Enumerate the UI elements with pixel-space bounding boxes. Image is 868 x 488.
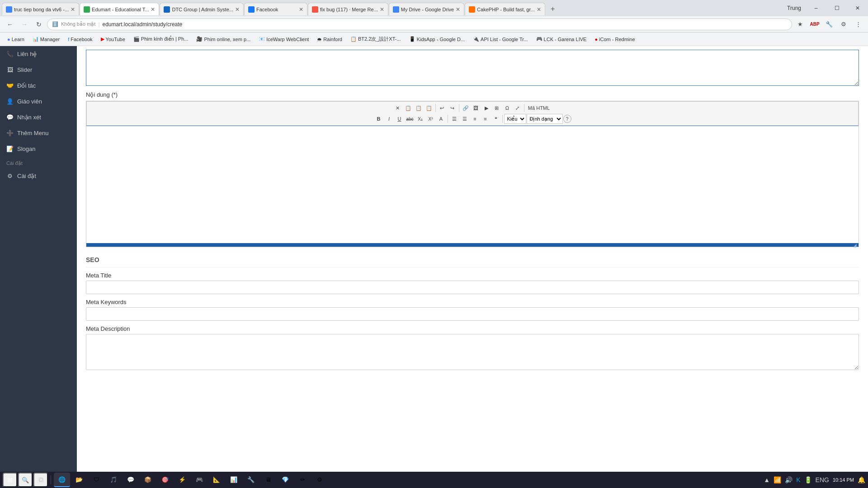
tb-paste[interactable]: 📋 [414,103,424,113]
taskbar-lightning[interactable]: ⚡ [174,473,190,487]
bookmark-lck[interactable]: 🎮 LCK - Garena LIVE [533,35,590,43]
tb-link[interactable]: 🔗 [461,103,471,113]
tb-blockquote[interactable]: ❝ [491,114,501,124]
close-button[interactable]: ✕ [847,1,868,15]
tb-style-select[interactable]: Kiểu [504,114,526,124]
bookmark-star[interactable]: ★ [794,18,807,31]
tb-html[interactable]: Mã HTML [526,103,552,113]
tb-special-char[interactable]: Ω [502,103,512,113]
new-tab-button[interactable]: + [547,3,559,15]
tb-superscript[interactable]: X² [426,114,436,124]
sidebar-item-doi-tac[interactable]: 🤝 Đối tác [0,78,77,94]
taskbar-volume-icon[interactable]: 🔊 [785,476,793,483]
meta-title-input[interactable] [86,281,859,294]
bookmark-phim2[interactable]: 🎥 Phim online, xem p... [193,35,254,43]
taskbar-kaspersky-icon[interactable]: K [796,476,800,483]
editor-content-area[interactable] [86,126,859,243]
bookmark-kidsapp[interactable]: 📱 KidsApp - Google D... [406,35,468,43]
bookmark-youtube[interactable]: ▶ YouTube [97,35,129,43]
tb-italic[interactable]: I [384,114,394,124]
bookmark-icewarp[interactable]: 📧 IceWarp WebClient [255,35,312,43]
taskbar-chart[interactable]: 📊 [226,473,242,487]
sidebar-item-giao-vien[interactable]: 👤 Giáo viên [0,94,77,109]
tb-format-select[interactable]: Định dạng [527,114,563,124]
tb-strikethrough[interactable]: abc [405,114,415,124]
address-input[interactable] [103,21,788,28]
sidebar-item-settings[interactable]: ⚙ Cài đặt [0,168,77,184]
taskbar-gear[interactable]: ⚙ [311,473,328,487]
start-button[interactable]: ⊞ [3,473,17,487]
tb-unordered-list[interactable]: ☰ [460,114,470,124]
tab-1-close[interactable]: ✕ [71,6,75,13]
tb-font-color[interactable]: A [436,114,446,124]
taskbar-store[interactable]: 📦 [140,473,156,487]
taskbar-shield[interactable]: 🛡 [88,473,104,487]
taskbar-music[interactable]: 🎵 [105,473,122,487]
taskbar-chat[interactable]: 💬 [123,473,139,487]
taskbar-design[interactable]: 📐 [208,473,225,487]
tb-underline[interactable]: U [395,114,405,124]
tab-7-close[interactable]: ✕ [537,6,541,13]
top-content-area[interactable] [86,50,859,86]
minimize-button[interactable]: – [806,1,826,15]
tb-indent[interactable]: ≡ [481,114,491,124]
sidebar-item-lien-he[interactable]: 📞 Liên hệ [0,46,77,62]
abp-button[interactable]: ABP [808,18,821,31]
meta-description-input[interactable] [86,334,859,370]
taskbar-pencil[interactable]: ✏ [294,473,311,487]
editor-resize-bar[interactable]: ◢ [86,243,859,247]
taskbar-browser[interactable]: 🌐 [54,473,70,487]
tb-play[interactable]: ▶ [481,103,491,113]
tb-help[interactable]: ? [563,115,571,123]
tb-ordered-list[interactable]: ☰ [449,114,459,124]
tab-6[interactable]: My Drive - Google Drive ✕ [389,3,464,15]
taskbar-explorer[interactable]: 📂 [71,473,87,487]
sidebar-item-slider[interactable]: 🖼 Slider [0,62,77,78]
taskbar-wifi-icon[interactable]: 📶 [774,476,781,483]
tb-copy[interactable]: 📋 [403,103,413,113]
bookmark-api[interactable]: 🔌 API List - Google Tr... [469,35,532,43]
bookmark-facebook[interactable]: f Facebook [64,36,96,43]
tb-cut[interactable]: ✕ [393,103,403,113]
maximize-button[interactable]: ☐ [826,1,847,15]
tab-5[interactable]: fix bug (117) · Merge Re... ✕ [308,3,388,15]
bookmark-rainford[interactable]: 🌧 Rainford [313,36,346,43]
tb-undo[interactable]: ↩ [437,103,447,113]
sidebar-item-them-menu[interactable]: ➕ Thêm Menu [0,125,77,141]
tab-4[interactable]: Facebook ✕ [244,3,307,15]
search-button[interactable]: 🔍 [18,473,33,487]
reload-button[interactable]: ↻ [33,18,45,31]
taskbar-diamond[interactable]: 💎 [277,473,293,487]
tb-table[interactable]: ⊞ [492,103,502,113]
bookmark-icom[interactable]: ● iCom - Redmine [591,36,638,43]
tb-subscript[interactable]: X₂ [415,114,425,124]
tab-4-close[interactable]: ✕ [299,6,303,13]
sidebar-item-nhan-xet[interactable]: 💬 Nhận xét [0,109,77,125]
tb-redo[interactable]: ↪ [448,103,458,113]
tab-2-close[interactable]: ✕ [151,6,155,13]
extension-btn-1[interactable]: 🔧 [823,18,835,31]
taskbar-gamepad[interactable]: 🎮 [191,473,208,487]
tb-outdent[interactable]: ≡ [470,114,480,124]
taskbar-notification-icon[interactable]: 🔔 [858,476,865,483]
task-view-button[interactable]: ⧉ [33,473,48,487]
bookmark-bt2[interactable]: 📋 BT2.2次_設計XT-... [347,35,405,43]
sidebar-item-slogan[interactable]: 📝 Slogan [0,141,77,157]
tb-image[interactable]: 🖼 [471,103,481,113]
forward-button[interactable]: → [18,18,31,31]
tab-7[interactable]: CakePHP - Build fast, gr... ✕ [465,3,545,15]
tab-5-close[interactable]: ✕ [380,6,384,13]
taskbar-language[interactable]: ENG [816,476,829,483]
tab-2[interactable]: Edumart - Educational T... ✕ [80,3,159,15]
meta-keywords-input[interactable] [86,307,859,321]
tb-bold[interactable]: B [374,114,384,124]
taskbar-tools[interactable]: 🔧 [243,473,259,487]
taskbar-up-arrow[interactable]: ▲ [764,476,770,483]
taskbar-battery-icon[interactable]: 🔋 [804,476,812,483]
menu-button[interactable]: ⋮ [852,18,864,31]
taskbar-game[interactable]: 🎯 [157,473,173,487]
bookmark-manager[interactable]: 📊 Manager [29,35,63,43]
extension-btn-2[interactable]: ⚙ [837,18,850,31]
tab-1[interactable]: truc tiep bong da vtv6 -... ✕ [2,3,79,15]
tab-3[interactable]: DTC Group | Admin Syste... ✕ [160,3,244,15]
